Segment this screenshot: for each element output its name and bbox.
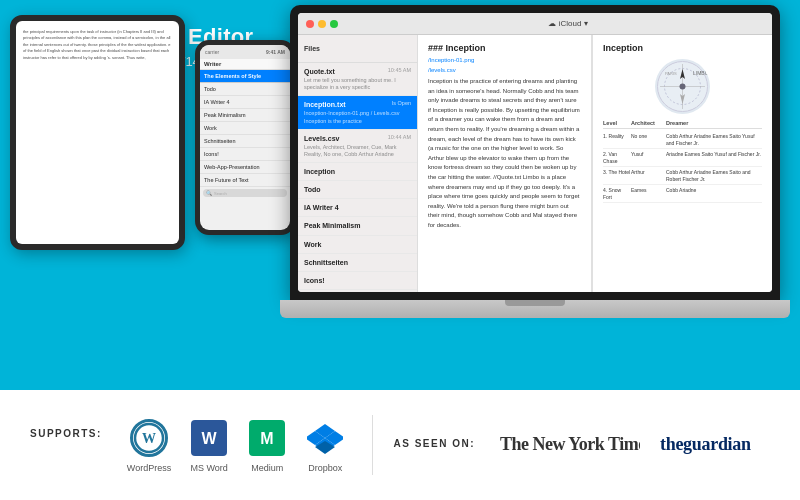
word-icon-container: W (189, 418, 229, 458)
list-item[interactable]: Peak Minimalism (200, 109, 290, 122)
table-row: 1. Reality No one Cobb Arthur Ariadne Ea… (603, 131, 762, 149)
list-item[interactable]: Web-App-Presentation (200, 161, 290, 174)
sidebar-header: Files (298, 35, 417, 63)
list-item[interactable]: Schnittseiten (200, 135, 290, 148)
editor-path1: /Inception-01.png (428, 57, 581, 63)
iphone-app-header: Writer (200, 59, 290, 70)
seen-on-label: AS SEEN ON: (393, 438, 475, 449)
file-sidebar: Files 10:45 AM Quote.txt Let me tell you… (298, 35, 418, 292)
maximize-button[interactable] (330, 20, 338, 28)
divider (372, 415, 373, 475)
word-label: MS Word (191, 463, 228, 473)
iphone-screen: carrier 9:41 AM Writer The Elements of S… (200, 45, 290, 230)
list-item[interactable]: Todo (200, 83, 290, 96)
dropbox-icon-container (305, 418, 345, 458)
list-item-title: The Elements of Style (204, 73, 286, 79)
col-arch-header: Architect (631, 120, 666, 126)
svg-text:W: W (202, 430, 218, 447)
sidebar-title: Files (304, 45, 320, 52)
svg-text:theguardian: theguardian (660, 434, 751, 454)
close-button[interactable] (306, 20, 314, 28)
search-icon: 🔍 (206, 190, 212, 196)
list-item-title: Icons! (204, 151, 286, 157)
list-item[interactable]: IA Writer 4 (200, 96, 290, 109)
svg-point-4 (680, 84, 686, 90)
list-item-title: Peak Minimalism (204, 112, 286, 118)
macbook-device: ☁ iCloud ▾ Files 10:45 AM Quote.txt Let … (280, 5, 790, 325)
preview-pane: Inception LIMBO (592, 35, 772, 292)
app-body: Files 10:45 AM Quote.txt Let me tell you… (298, 35, 772, 292)
list-item-title: Web-App-Presentation (204, 164, 286, 170)
preview-table: Level Architect Dreamer 1. Reality No on… (603, 120, 762, 203)
list-item[interactable]: The Future of Text (200, 174, 290, 187)
sidebar-item[interactable]: Peak Minimalism (298, 217, 417, 235)
svg-text:The New York Times: The New York Times (500, 434, 640, 454)
search-placeholder: Search (214, 191, 227, 196)
guardian-logo: theguardian (660, 428, 770, 463)
dropbox-label: Dropbox (308, 463, 342, 473)
wordpress-label: WordPress (127, 463, 171, 473)
medium-icon-container: M (247, 418, 287, 458)
editor-body[interactable]: Inception is the practice of entering dr… (428, 77, 581, 231)
list-item[interactable]: Icons! (200, 148, 290, 161)
sidebar-item[interactable]: Icons! (298, 272, 417, 290)
sidebar-item[interactable]: 10:44 AM Levels.csv Levels, Architect, D… (298, 130, 417, 163)
ipad-device: the principal requirements upon the task… (10, 15, 185, 250)
sidebar-item[interactable]: Inception (298, 163, 417, 181)
editor-path2: /levels.csv (428, 67, 581, 73)
table-row: 3. The Hotel Arthur Cobb Arthur Ariadne … (603, 167, 762, 185)
sidebar-item[interactable]: 10:45 AM Quote.txt Let me tell you somet… (298, 63, 417, 96)
ipad-screen: the principal requirements upon the task… (16, 21, 179, 244)
list-item-title: Work (204, 125, 286, 131)
seen-on-logos: The New York Times theguardian (500, 428, 770, 463)
list-item[interactable]: The Elements of Style (200, 70, 290, 83)
iphone-list: The Elements of Style Todo IA Writer 4 P… (200, 70, 290, 187)
iphone-statusbar: carrier 9:41 AM (200, 45, 290, 59)
window-title: ☁ iCloud ▾ (372, 19, 764, 28)
carrier-text: carrier (205, 49, 219, 55)
nyt-logo: The New York Times (500, 428, 640, 463)
search-bar[interactable]: 🔍 Search (203, 189, 287, 197)
bottom-bar: SUPPORTS: W WordPress (0, 390, 800, 500)
wordpress-icon-container: W (129, 418, 169, 458)
col-dream-header: Dreamer (666, 120, 762, 126)
svg-text:PARIS: PARIS (665, 71, 677, 76)
svg-text:LIMBO: LIMBO (693, 70, 709, 76)
list-item-title: Schnittseiten (204, 138, 286, 144)
col-level-header: Level (603, 120, 631, 126)
support-msword: W MS Word (189, 418, 229, 473)
sidebar-item[interactable]: Todo (298, 181, 417, 199)
support-items-list: W WordPress W MS Word (127, 418, 345, 473)
sidebar-item[interactable]: Is Open Inception.txt Inception-Inceptio… (298, 96, 417, 129)
sidebar-item[interactable]: Web-App-Presentation (298, 290, 417, 292)
macbook-screen: ☁ iCloud ▾ Files 10:45 AM Quote.txt Let … (298, 13, 772, 292)
supports-section: SUPPORTS: W WordPress (30, 418, 352, 473)
editor-pane[interactable]: ### Inception /Inception-01.png /levels.… (418, 35, 592, 292)
sidebar-item[interactable]: Schnittseiten (298, 254, 417, 272)
table-row: 2. Van Chase Yusuf Ariadne Eames Saito Y… (603, 149, 762, 167)
supports-label: SUPPORTS: (30, 428, 102, 439)
macbook-bezel: ☁ iCloud ▾ Files 10:45 AM Quote.txt Let … (290, 5, 780, 300)
list-item-title: IA Writer 4 (204, 99, 286, 105)
support-medium: M Medium (247, 418, 287, 473)
macbook-notch (505, 300, 565, 306)
macbook-base (280, 300, 790, 318)
wordpress-icon: W (130, 419, 168, 457)
list-item-title: The Future of Text (204, 177, 286, 183)
list-item[interactable]: Work (200, 122, 290, 135)
preview-title: Inception (603, 43, 762, 53)
svg-text:M: M (261, 430, 274, 447)
word-icon: W (191, 420, 227, 456)
sidebar-item[interactable]: Work (298, 236, 417, 254)
seen-on-section: AS SEEN ON: The New York Times theguardi… (393, 428, 770, 463)
minimize-button[interactable] (318, 20, 326, 28)
app-titlebar: ☁ iCloud ▾ (298, 13, 772, 35)
table-row: 4. Snow Fort Eames Cobb Ariadne (603, 185, 762, 203)
ipad-content: the principal requirements upon the task… (21, 27, 174, 63)
preview-image: LIMBO PARIS (655, 59, 710, 114)
svg-text:W: W (142, 431, 156, 446)
sidebar-item[interactable]: IA Writer 4 (298, 199, 417, 217)
editor-heading: ### Inception (428, 43, 581, 53)
list-item-title: Todo (204, 86, 286, 92)
support-dropbox: Dropbox (305, 418, 345, 473)
